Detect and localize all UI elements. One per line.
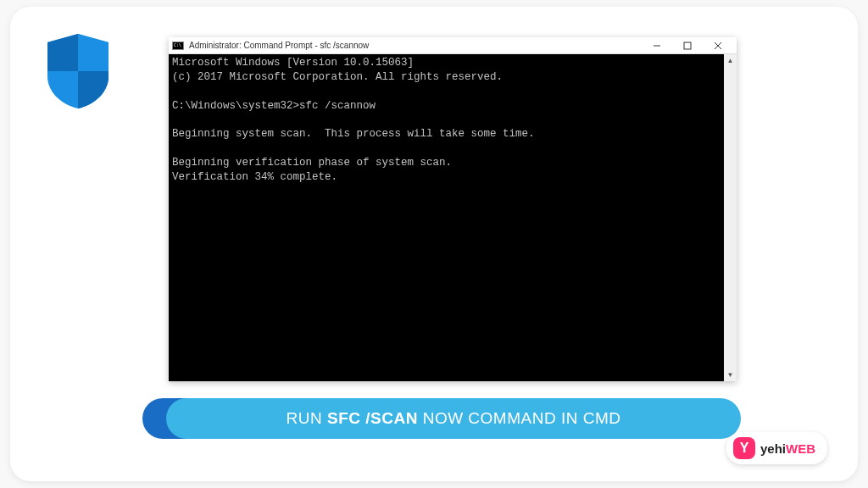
card-background: Administrator: Command Prompt - sfc /sca… — [10, 7, 858, 481]
shield-icon — [41, 30, 115, 115]
vertical-scrollbar[interactable]: ▲ ▼ — [724, 54, 737, 381]
terminal-command: sfc /scannow — [299, 100, 376, 112]
terminal-line: Beginning verification phase of system s… — [172, 157, 452, 169]
brand-logo: Y yehiWEB — [726, 432, 827, 464]
window-controls — [642, 37, 733, 54]
terminal-output[interactable]: Microsoft Windows [Version 10.0.15063] (… — [169, 54, 724, 381]
close-button[interactable] — [703, 37, 733, 54]
scroll-down-icon[interactable]: ▼ — [724, 369, 737, 381]
banner-text: RUN SFC /SCAN NOW COMMAND IN CMD — [287, 409, 621, 428]
window-title: Administrator: Command Prompt - sfc /sca… — [189, 41, 642, 50]
terminal-line: Microsoft Windows [Version 10.0.15063] — [172, 57, 414, 69]
logo-badge-icon: Y — [733, 437, 755, 459]
maximize-button[interactable] — [672, 37, 703, 54]
window-titlebar[interactable]: Administrator: Command Prompt - sfc /sca… — [169, 37, 737, 54]
svg-rect-1 — [684, 42, 691, 49]
caption-banner: RUN SFC /SCAN NOW COMMAND IN CMD — [142, 398, 741, 439]
cmd-icon — [172, 42, 184, 50]
terminal-line: (c) 2017 Microsoft Corporation. All righ… — [172, 71, 503, 83]
terminal-prompt: C:\Windows\system32> — [172, 100, 299, 112]
logo-text: yehiWEB — [760, 441, 815, 456]
terminal-area: Microsoft Windows [Version 10.0.15063] (… — [169, 54, 737, 381]
banner-pill: RUN SFC /SCAN NOW COMMAND IN CMD — [166, 398, 741, 439]
terminal-line: Beginning system scan. This process will… — [172, 128, 535, 140]
scroll-up-icon[interactable]: ▲ — [724, 54, 737, 67]
minimize-button[interactable] — [642, 37, 672, 54]
command-prompt-window: Administrator: Command Prompt - sfc /sca… — [169, 37, 737, 381]
terminal-line: Verification 34% complete. — [172, 171, 337, 183]
